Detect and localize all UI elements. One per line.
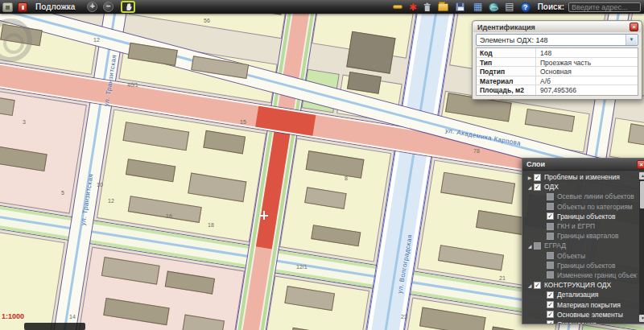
layers-title: Слои (526, 160, 637, 168)
building-number-label: 15 (240, 119, 246, 125)
scrollbar-thumb[interactable] (640, 181, 644, 208)
layer-item[interactable]: ◢✓КОНСТРУКЦИЯ ОДХ (524, 280, 638, 290)
layer-item[interactable]: Изменение границ объектов (524, 270, 638, 280)
layer-checkbox[interactable] (547, 262, 554, 269)
layer-checkbox[interactable]: ✓ (547, 212, 554, 220)
scroll-down-icon[interactable]: ▼ (639, 315, 644, 322)
layer-checkbox[interactable]: ✓ (547, 320, 554, 324)
chevron-down-icon[interactable]: ▼ (625, 35, 637, 45)
building-footprint (346, 31, 395, 74)
close-icon[interactable]: × (630, 23, 638, 31)
layer-label: КОНСТРУКЦИЯ ОДХ (544, 281, 611, 289)
zoom-in-button[interactable]: + (87, 2, 97, 12)
scroll-up-icon[interactable]: ▲ (639, 172, 644, 179)
layer-checkbox[interactable] (547, 271, 554, 278)
layer-checkbox[interactable] (547, 252, 554, 259)
layer-item[interactable]: ✓Материал покрытия (524, 299, 638, 309)
marker-tool-button[interactable] (13, 1, 27, 13)
layer-item[interactable]: Объекты (524, 251, 638, 261)
layers-scrollbar[interactable]: ▲ ▼ (639, 172, 644, 322)
measure-icon[interactable] (393, 5, 402, 9)
layer-item[interactable]: Границы кварталов (524, 231, 638, 241)
layer-item[interactable]: Осевые линии объектов (524, 192, 638, 201)
building-number-label: 3 (23, 119, 26, 125)
help-icon[interactable]: ? (521, 2, 530, 12)
layer-checkbox[interactable]: ✓ (547, 301, 554, 308)
layer-checkbox[interactable]: ✓ (534, 174, 541, 181)
layer-checkbox[interactable]: ✓ (547, 291, 554, 299)
search-input[interactable] (568, 2, 641, 12)
layer-label: Объекты по категориям (557, 203, 633, 211)
building-number-label: 5 (61, 190, 64, 196)
pan-tool-button-active[interactable] (121, 1, 135, 13)
selected-road-crossing[interactable] (255, 106, 316, 136)
close-icon[interactable]: × (637, 160, 644, 169)
app-window: Подложка + − ✱ ▦ ▤ ? Поиск: (0, 0, 644, 330)
building-number-label: 12 (108, 198, 114, 204)
zoom-out-button[interactable]: − (103, 2, 114, 12)
building-number-label: 56 (204, 18, 210, 23)
field-label: Код (477, 48, 536, 57)
building-number-label: 12/1 (296, 264, 308, 270)
id-row[interactable]: Площадь, м2907,495366 (477, 85, 638, 95)
layer-label: ГКН и ЕГРП (557, 222, 595, 230)
collapse-icon[interactable]: ◢ (526, 243, 534, 249)
layer-item[interactable]: Границы объектов (524, 261, 638, 270)
layer-label: Границы кварталов (557, 232, 619, 240)
layer-item[interactable]: ◢✓ОДХ (524, 182, 638, 192)
report-icon[interactable]: ▤ (505, 2, 514, 12)
layer-checkbox[interactable] (547, 223, 554, 230)
field-value: А/б (536, 76, 638, 85)
result-selector-dropdown[interactable]: Элементы ОДХ: 148 ▼ (476, 34, 638, 46)
expand-icon[interactable]: ▶ (526, 175, 534, 180)
layers-tree: ▶✓Проблемы и изменения◢✓ОДХОсевые линии … (524, 172, 638, 324)
layer-label: Проблемы и изменения (544, 173, 620, 181)
home-tool-button[interactable] (0, 1, 13, 13)
layer-checkbox[interactable] (547, 203, 554, 210)
table-icon[interactable]: ▦ (473, 2, 482, 12)
layer-label: Объекты (557, 252, 585, 260)
layer-checkbox[interactable] (547, 233, 554, 240)
map-crosshair-icon (259, 211, 268, 220)
layer-checkbox[interactable] (534, 242, 541, 250)
layer-checkbox[interactable]: ✓ (534, 282, 541, 289)
save-icon[interactable] (456, 2, 464, 11)
collapse-icon[interactable]: ◢ (526, 283, 534, 288)
clear-selection-icon[interactable]: ✱ (409, 2, 417, 12)
marker-icon (18, 2, 27, 12)
layer-label: Осевые линии объектов (557, 192, 634, 200)
building-number-label: 18 (208, 222, 214, 228)
layer-checkbox[interactable]: ✓ (547, 311, 554, 318)
field-value: 148 (536, 48, 638, 57)
layer-item[interactable]: Объекты по категориям (524, 202, 638, 212)
layer-label: Детализация (557, 291, 598, 299)
layer-label: ОДХ (544, 183, 559, 191)
layer-item[interactable]: ✓Детализация (524, 290, 638, 299)
id-row[interactable]: ПодтипОсновная (477, 67, 638, 76)
id-row[interactable]: Код148 (477, 48, 638, 58)
layers-titlebar[interactable]: Слои × (522, 159, 644, 171)
identification-titlebar[interactable]: Идентификация × (473, 22, 641, 32)
layer-label: Ограждения (557, 320, 597, 324)
layer-label: Границы объектов (557, 262, 616, 270)
layer-checkbox[interactable]: ✓ (534, 184, 541, 191)
layer-checkbox[interactable] (547, 193, 554, 200)
id-row[interactable]: МатериалА/б (477, 76, 638, 86)
open-folder-icon[interactable] (438, 3, 448, 11)
id-row[interactable]: ТипПроезжая часть (477, 58, 638, 68)
layer-item[interactable]: ✓Ограждения (524, 320, 638, 324)
layer-item[interactable]: ◢ЕГРАД (524, 241, 638, 250)
trash-icon[interactable] (423, 2, 431, 12)
basemap-button[interactable]: Подложка (35, 2, 75, 11)
layer-item[interactable]: ✓Границы объектов (524, 212, 638, 221)
building-number-label: 10 (97, 182, 103, 188)
layer-item[interactable]: ✓Основные элементы (524, 310, 638, 320)
collapse-icon[interactable]: ◢ (526, 184, 534, 190)
layer-item[interactable]: ГКН и ЕГРП (524, 221, 638, 231)
layer-label: Материал покрытия (557, 301, 621, 309)
layer-item[interactable]: ▶✓Проблемы и изменения (524, 172, 638, 182)
layer-label: Изменение границ объектов (557, 271, 638, 279)
globe-icon[interactable] (489, 2, 498, 12)
map-scale-label: 1:1000 (2, 312, 24, 320)
field-label: Площадь, м2 (477, 85, 536, 95)
